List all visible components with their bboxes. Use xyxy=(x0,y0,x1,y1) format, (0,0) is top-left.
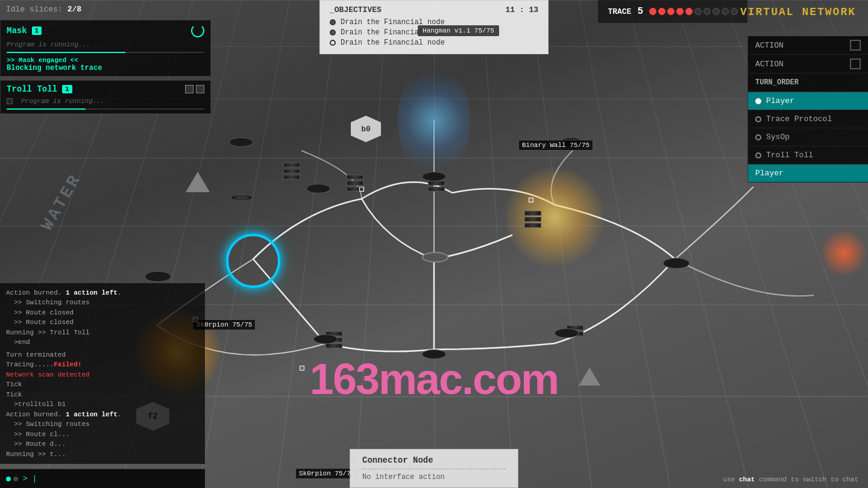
trace-dot-6 xyxy=(694,8,702,15)
turn-item-player-1[interactable]: Player xyxy=(748,92,868,110)
idle-slices-label: Idle slices: xyxy=(6,5,63,14)
hangman-tooltip: Hangman v1.1 75/75 xyxy=(418,25,499,36)
obj-text-3: Drain the Financial node xyxy=(341,39,445,47)
turn-dot-trace xyxy=(755,116,761,122)
troll-toll-program-card: Troll Toll 1 Program is running... xyxy=(0,80,211,114)
troll-toll-program-count: 1 xyxy=(62,85,72,93)
log-line-15: >> Route cl... xyxy=(6,430,199,440)
trace-dot-4 xyxy=(676,8,684,15)
connector-panel: Connector Node No interface action xyxy=(350,449,518,488)
log-line-14: >> Switching routes xyxy=(6,419,199,430)
mask-program-name: Mask xyxy=(7,26,27,36)
log-line-11: Tick xyxy=(6,390,199,400)
action-label-2: ACTION xyxy=(755,60,784,69)
console-input-bar[interactable]: > | xyxy=(0,469,205,488)
action-row-2[interactable]: ACTION xyxy=(748,55,868,74)
disk-top-left xyxy=(229,137,253,147)
trace-dot-9 xyxy=(722,8,729,15)
troll-toll-program-header: Troll Toll 1 xyxy=(7,84,204,94)
log-line-3: >> Route closed xyxy=(6,308,199,318)
turn-item-label-2: Trace Protocol xyxy=(766,114,832,124)
turn-item-label-5: Player xyxy=(755,169,784,178)
action-square-2[interactable] xyxy=(850,58,861,69)
triangle-marker-2 xyxy=(579,368,600,386)
connector-title: Connector Node xyxy=(362,455,506,465)
trace-dot-5 xyxy=(685,8,693,15)
turn-item-sysop[interactable]: SysOp xyxy=(748,128,868,146)
blue-glow-effect xyxy=(398,60,470,181)
status-dot-2 xyxy=(13,477,18,481)
mask-program-header: Mask 1 xyxy=(7,24,204,37)
troll-toll-icons xyxy=(185,85,204,93)
turn-dot-troll-toll xyxy=(755,152,761,158)
trace-dots xyxy=(649,8,738,15)
obj-radio-1 xyxy=(330,19,336,25)
turn-order-header: TURN_ORDER xyxy=(748,74,868,92)
console-prompt: > | xyxy=(23,474,37,483)
mask-status: Program is running... xyxy=(7,40,204,49)
objective-item-3: Drain the Financial node xyxy=(330,39,538,47)
mask-spinner-icon xyxy=(191,24,204,37)
mask-progress-bar xyxy=(7,52,204,53)
console-log: Action burned. 1 action left. >> Switchi… xyxy=(0,283,205,465)
turn-dot-sysop xyxy=(755,134,761,140)
right-glow xyxy=(820,229,868,277)
idle-slices-value: 2/8 xyxy=(68,5,81,14)
watermark: 163mac.com xyxy=(310,354,558,404)
connection-node-2 xyxy=(529,198,533,202)
virtual-network-title: VIRTUAL NETWORK xyxy=(740,6,856,18)
action-row-1[interactable]: ACTION xyxy=(748,36,868,55)
log-line-6: >end xyxy=(6,337,199,348)
disk-mid-left xyxy=(306,184,330,193)
troll-toll-progress-bar xyxy=(7,108,204,110)
turn-item-trace[interactable]: Trace Protocol xyxy=(748,110,868,128)
connector-action: No interface action xyxy=(362,473,506,481)
connection-node-4 xyxy=(300,366,304,371)
turn-item-label-4: Troll Toll xyxy=(766,151,813,160)
right-panel: ACTION ACTION TURN_ORDER Player Trace Pr… xyxy=(747,36,868,183)
gold-particle-effect xyxy=(494,157,615,277)
turn-item-label-3: SysOp xyxy=(766,133,790,142)
log-line-13: Action burned. 1 action left. xyxy=(6,410,199,420)
log-line-9: Network scan detected xyxy=(6,370,199,380)
troll-toll-icon-1 xyxy=(185,85,193,93)
bottom-hint-text: command to switch to chat xyxy=(759,476,858,483)
log-line-8: Tracing.....Failed! xyxy=(6,360,199,370)
log-line-10: Tick xyxy=(6,380,199,390)
mask-message: >> Mask engaged << xyxy=(7,57,204,64)
trace-dot-3 xyxy=(667,8,675,15)
trace-dot-2 xyxy=(658,8,665,15)
action-square-1[interactable] xyxy=(850,40,861,51)
objectives-timer: 11 : 13 xyxy=(505,5,538,14)
trace-dot-8 xyxy=(712,8,720,15)
objectives-header: _OBJECTIVES 11 : 13 xyxy=(330,5,538,14)
connector-divider xyxy=(362,469,506,469)
turn-item-label-1: Player xyxy=(766,96,794,105)
mask-progress-fill xyxy=(7,52,125,53)
turn-item-troll-toll[interactable]: Troll Toll xyxy=(748,146,868,164)
troll-toll-status: Program is running... xyxy=(21,96,105,106)
disk-bottom-right xyxy=(555,328,579,338)
action-label-1: ACTION xyxy=(755,41,784,50)
log-line-5: Running >> Troll Toll xyxy=(6,328,199,338)
trace-count: 5 xyxy=(637,6,643,17)
disk-bottom-left xyxy=(313,334,338,344)
turn-dot-player-1 xyxy=(755,98,761,104)
binary-wall-label: Binary Wall 75/75 xyxy=(518,140,593,151)
console-status-dots xyxy=(6,477,18,481)
turn-item-player-2[interactable]: Player xyxy=(748,164,868,183)
trace-dot-1 xyxy=(649,8,656,15)
trace-panel: TRACE 5 xyxy=(598,0,747,23)
disk-center xyxy=(422,252,448,263)
disk-mid-center xyxy=(422,172,446,181)
ring-node[interactable] xyxy=(226,234,280,288)
objectives-title: _OBJECTIVES xyxy=(330,5,382,14)
log-line-4: >> Route closed xyxy=(6,318,199,328)
mask-program-card: Mask 1 Program is running... >> Mask eng… xyxy=(0,20,211,77)
troll-toll-sub-header: Program is running... xyxy=(7,96,204,106)
troll-toll-progress-fill xyxy=(7,108,86,110)
turn-order-label: TURN_ORDER xyxy=(755,78,799,87)
server-tower-4 xyxy=(524,211,541,228)
troll-toll-icon-2 xyxy=(196,85,204,93)
log-line-17: Running >> t... xyxy=(6,449,199,460)
